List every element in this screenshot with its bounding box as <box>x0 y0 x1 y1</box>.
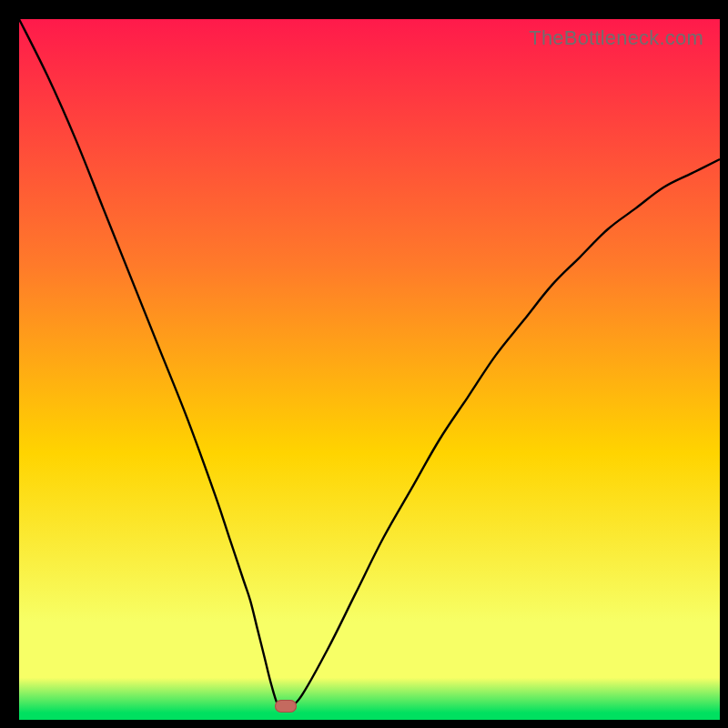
bottleneck-curve <box>19 19 720 720</box>
chart-frame: TheBottleneck.com <box>5 5 723 723</box>
curve-path <box>19 19 720 708</box>
bottleneck-plot: TheBottleneck.com <box>19 19 720 720</box>
optimum-marker <box>275 700 297 713</box>
